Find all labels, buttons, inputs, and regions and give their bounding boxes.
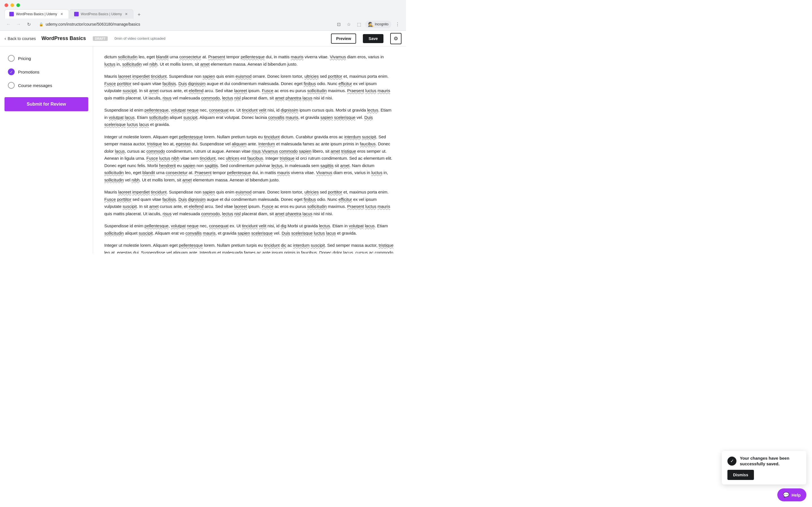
lock-icon: 🔒 xyxy=(39,22,43,26)
bookmark-icon[interactable]: ☆ xyxy=(345,20,353,28)
cast-icon[interactable]: ⊡ xyxy=(335,20,343,28)
content-paragraph-5: Mauris laoreet imperdiet tincidunt. Susp… xyxy=(104,188,395,217)
tab-title-inactive: WordPress Basics | Udemy xyxy=(81,12,122,16)
course-title: WordPress Basics xyxy=(42,36,86,41)
content-paragraph-7: Integer ut molestie lorem. Aliquam eget … xyxy=(104,242,395,253)
incognito-icon: 🕵 xyxy=(368,22,373,27)
sidebar-item-promotions[interactable]: ✓ Promotions xyxy=(4,66,88,78)
submit-for-review-button[interactable]: Submit for Review xyxy=(4,97,88,111)
promotions-label: Promotions xyxy=(18,69,40,74)
settings-icon-button[interactable]: ⚙ xyxy=(390,33,402,44)
pricing-label: Pricing xyxy=(18,56,31,61)
app-header: ‹ Back to courses WordPress Basics DRAFT… xyxy=(0,31,406,47)
course-messages-check-icon xyxy=(8,82,15,89)
course-messages-label: Course messages xyxy=(18,83,52,88)
browser-tab-active[interactable]: WordPress Basics | Udemy ✕ xyxy=(4,9,69,18)
browser-tab-inactive[interactable]: WordPress Basics | Udemy ✕ xyxy=(69,9,134,18)
tab-close-inactive[interactable]: ✕ xyxy=(124,12,129,16)
tab-favicon-2 xyxy=(74,12,79,16)
back-arrow-icon: ‹ xyxy=(4,36,6,41)
refresh-button[interactable]: ↻ xyxy=(25,20,33,28)
video-info: 0min of video content uploaded xyxy=(114,36,165,41)
back-to-courses-label: Back to courses xyxy=(8,36,36,41)
incognito-badge: 🕵 Incognito xyxy=(365,20,391,28)
content-area: dictum sollicitudin leo, eget blandit ur… xyxy=(93,47,406,253)
tab-bar: WordPress Basics | Udemy ✕ WordPress Bas… xyxy=(0,9,406,18)
tab-favicon xyxy=(9,12,14,16)
new-tab-button[interactable]: + xyxy=(135,11,143,18)
menu-icon[interactable]: ⋮ xyxy=(394,20,402,28)
address-bar[interactable]: 🔒 udemy.com/instructor/course/5063180/ma… xyxy=(35,20,330,28)
sidebar-item-pricing[interactable]: Pricing xyxy=(4,52,88,64)
promotions-check-icon: ✓ xyxy=(8,68,15,75)
content-paragraph-6: Suspendisse id enim pellentesque, volutp… xyxy=(104,222,395,237)
content-paragraph-1: dictum sollicitudin leo, eget blandit ur… xyxy=(104,53,395,68)
content-paragraph-4: Integer ut molestie lorem. Aliquam eget … xyxy=(104,133,395,184)
pricing-check-icon xyxy=(8,55,15,62)
browser-actions: ⊡ ☆ ⬚ 🕵 Incognito ⋮ xyxy=(335,20,402,28)
tab-title-active: WordPress Basics | Udemy xyxy=(16,12,57,16)
browser-chrome: WordPress Basics | Udemy ✕ WordPress Bas… xyxy=(0,0,406,31)
url-text: udemy.com/instructor/course/5063180/mana… xyxy=(46,22,326,26)
tab-close-active[interactable]: ✕ xyxy=(59,12,64,16)
address-bar-row: ← → ↻ 🔒 udemy.com/instructor/course/5063… xyxy=(0,18,406,31)
preview-button[interactable]: Preview xyxy=(331,34,356,44)
minimize-window-btn[interactable] xyxy=(10,3,14,7)
maximize-window-btn[interactable] xyxy=(16,3,20,7)
close-window-btn[interactable] xyxy=(4,3,8,7)
content-paragraph-3: Suspendisse id enim pellentesque, volutp… xyxy=(104,107,395,128)
incognito-label: Incognito xyxy=(375,22,389,26)
draft-badge: DRAFT xyxy=(93,36,108,41)
traffic-lights xyxy=(0,0,406,9)
content-paragraph-2: Mauris laoreet imperdiet tincidunt. Susp… xyxy=(104,73,395,101)
forward-nav-button[interactable]: → xyxy=(15,20,22,28)
back-to-courses-link[interactable]: ‹ Back to courses xyxy=(4,36,36,41)
main-layout: Pricing ✓ Promotions Course messages Sub… xyxy=(0,47,406,253)
sidebar: Pricing ✓ Promotions Course messages Sub… xyxy=(0,47,93,253)
save-button[interactable]: Save xyxy=(363,34,384,43)
extensions-icon[interactable]: ⬚ xyxy=(355,20,363,28)
back-nav-button[interactable]: ← xyxy=(4,20,12,28)
content-text: dictum sollicitudin leo, eget blandit ur… xyxy=(104,53,395,253)
sidebar-item-course-messages[interactable]: Course messages xyxy=(4,79,88,92)
